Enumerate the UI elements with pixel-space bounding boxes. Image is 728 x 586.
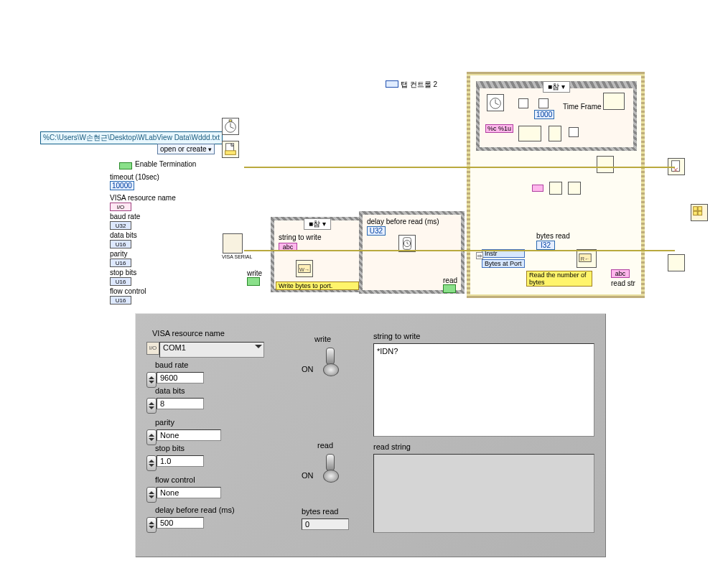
write-switch-label: write: [247, 269, 262, 277]
flow-control-stepper[interactable]: [146, 487, 157, 503]
delay-input[interactable]: 500: [157, 517, 204, 529]
bytes-read-bd-label: bytes read: [536, 232, 570, 240]
read-tip: Read the number of bytes: [526, 271, 592, 287]
clock-icon: [487, 95, 503, 111]
format-datetime-node: [549, 126, 561, 141]
stop-bits-stepper[interactable]: [146, 455, 157, 471]
string-to-write-bd-label: string to write: [279, 233, 321, 241]
baud-rate-input[interactable]: 9600: [157, 372, 204, 383]
bytes-read-label-fp: bytes read: [302, 507, 338, 516]
parity-input[interactable]: None: [157, 429, 221, 441]
svg-rect-3: [229, 120, 232, 122]
array-icon: [691, 205, 707, 220]
write-icon: W→: [297, 261, 312, 276]
read-toggle-state: ON: [302, 471, 314, 480]
ctl-tag-sbits: U16: [110, 277, 131, 286]
case-timing-selector[interactable]: ■참 ▾: [543, 81, 570, 93]
bytes-read-indicator: 0: [302, 518, 349, 530]
io-icon: I/O: [146, 342, 159, 355]
select-node: [569, 127, 579, 137]
bytes-read-tag: I32: [536, 241, 555, 250]
ctl-label-sbits: stop bits: [110, 269, 136, 276]
string-to-number-node: [568, 182, 581, 195]
file-path-constant[interactable]: %C:\Users\W손현근\Desktop\WLabView Data\Wdd…: [40, 131, 223, 144]
write-toggle-label: write: [314, 335, 331, 343]
visa-close-node: [668, 254, 685, 271]
visa-serial-caption: VISA SERIAL: [222, 254, 252, 259]
file-open-mode[interactable]: open or create▾: [157, 144, 215, 154]
read-toggle[interactable]: [323, 454, 337, 483]
get-datetime-node: [518, 126, 541, 141]
read-string-terminal: abc: [611, 269, 630, 278]
sequence-delay: delay before read (ms) U32 read: [359, 211, 465, 294]
svg-text:R←: R←: [581, 256, 590, 262]
file-open-mode-label: open or create: [160, 145, 207, 153]
flow-control-input[interactable]: None: [157, 487, 221, 498]
read-boolean-terminal: [443, 284, 456, 293]
write-toggle[interactable]: [323, 348, 337, 376]
front-panel: VISA resource name I/O COM1 baud rate 96…: [135, 313, 606, 557]
tab-control-label: 탭 컨트롤 2: [401, 80, 437, 90]
string-to-write-input[interactable]: *IDN?: [373, 343, 594, 437]
stop-bits-label: stop bits: [155, 444, 185, 452]
chevron-down-icon: [255, 345, 262, 352]
read-string-indicator: [373, 454, 594, 533]
waveform-chart-terminal: [603, 93, 625, 110]
ctl-tag-baud: U32: [110, 221, 131, 230]
ctl-tag-flow: U16: [110, 296, 131, 304]
delay-tag: U32: [367, 226, 386, 236]
document-icon: [223, 141, 238, 157]
build-array-node: [691, 204, 708, 221]
timeout-label: timeout (10sec): [110, 173, 159, 181]
tick-count-node: [222, 118, 239, 135]
ctl-label-parity: parity: [110, 250, 127, 258]
concat-strings-node: [549, 182, 562, 195]
svg-text:W→: W→: [299, 266, 309, 273]
visa-resource-label: VISA resource name: [152, 329, 225, 338]
parity-label: parity: [155, 418, 174, 427]
ctl-label-baud: baud rate: [110, 213, 140, 220]
tab-control-node: [386, 80, 398, 88]
flow-control-label: flow control: [155, 475, 195, 484]
ctl-tag-dbits: U16: [110, 240, 131, 248]
compare-node: [538, 98, 549, 108]
read-switch-label: read: [443, 276, 457, 284]
data-bits-input[interactable]: 8: [157, 398, 204, 409]
visa-read-node: R←: [577, 249, 597, 268]
parity-stepper[interactable]: [146, 429, 157, 445]
open-file-node: [222, 141, 239, 158]
ctl-label-flow: flow control: [110, 287, 146, 295]
data-bits-stepper[interactable]: [146, 398, 157, 414]
svg-rect-13: [694, 211, 698, 215]
time-constant: 1000: [534, 110, 554, 119]
block-diagram: 탭 컨트롤 2 %C:\Users\W손현근\Desktop\WLabView …: [0, 72, 728, 302]
property-direction-arrow: ⇨: [476, 252, 483, 259]
timeout-constant: 10000: [110, 181, 134, 190]
svg-rect-12: [694, 207, 698, 211]
svg-rect-1: [225, 151, 236, 155]
read-string-label: read string: [373, 442, 411, 451]
delay-before-read-label-fp: delay before read (ms): [155, 506, 235, 514]
svg-rect-15: [698, 211, 702, 215]
ctl-tag-visa: I/O: [110, 203, 131, 211]
baud-rate-label: baud rate: [155, 361, 188, 369]
delay-stepper[interactable]: [146, 517, 157, 533]
case-write-selector[interactable]: ■참 ▾: [304, 218, 331, 230]
case-timing: ■참 ▾ 1000 Time Frame %c %1u: [476, 81, 637, 151]
ctl-label-visa: VISA resource name: [110, 194, 176, 202]
baud-rate-stepper[interactable]: [146, 372, 157, 388]
write-boolean-terminal: [247, 277, 260, 286]
visa-resource-combo[interactable]: COM1: [159, 342, 264, 358]
write-toggle-state: ON: [302, 365, 314, 373]
enable-termination-label: Enable Termination: [135, 160, 196, 168]
subtract-node: [518, 98, 528, 108]
svg-rect-14: [698, 207, 702, 211]
delay-before-read-label: delay before read (ms): [367, 218, 439, 225]
tick-count-node-2: [487, 94, 504, 111]
stop-bits-input[interactable]: 1.0: [157, 455, 204, 467]
boolean-true-constant: [119, 162, 132, 169]
format-string-constant: %c %1u: [485, 124, 513, 133]
property-bytes-at-port: Bytes at Port: [482, 259, 525, 268]
watch-icon: [399, 236, 415, 251]
write-file-node: [597, 156, 614, 173]
